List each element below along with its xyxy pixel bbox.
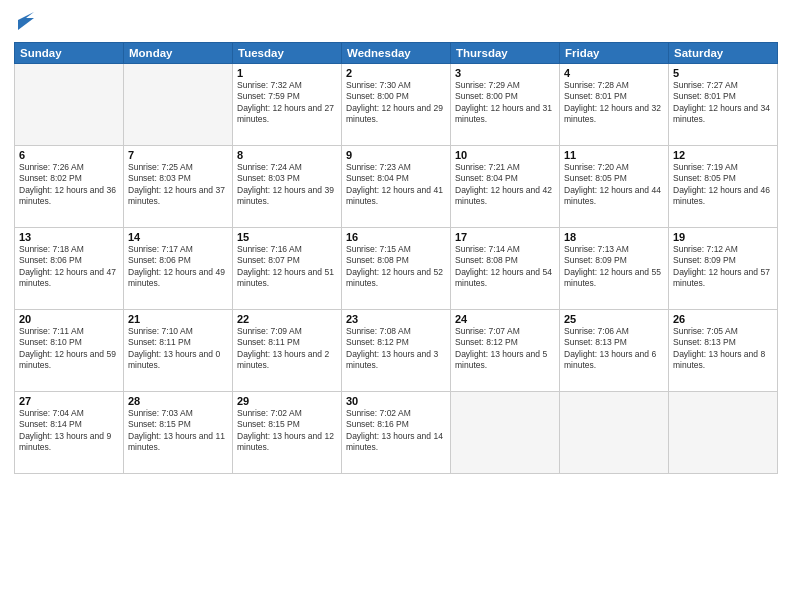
day-info: Sunrise: 7:11 AM Sunset: 8:10 PM Dayligh… <box>19 326 119 372</box>
day-info: Sunrise: 7:20 AM Sunset: 8:05 PM Dayligh… <box>564 162 664 208</box>
day-number: 2 <box>346 67 446 79</box>
calendar-cell: 27Sunrise: 7:04 AM Sunset: 8:14 PM Dayli… <box>15 392 124 474</box>
calendar-cell: 18Sunrise: 7:13 AM Sunset: 8:09 PM Dayli… <box>560 228 669 310</box>
day-number: 16 <box>346 231 446 243</box>
day-number: 5 <box>673 67 773 79</box>
svg-marker-0 <box>18 12 34 30</box>
calendar-cell: 10Sunrise: 7:21 AM Sunset: 8:04 PM Dayli… <box>451 146 560 228</box>
weekday-header: Thursday <box>451 43 560 64</box>
calendar-cell: 25Sunrise: 7:06 AM Sunset: 8:13 PM Dayli… <box>560 310 669 392</box>
calendar-cell: 28Sunrise: 7:03 AM Sunset: 8:15 PM Dayli… <box>124 392 233 474</box>
calendar-cell: 23Sunrise: 7:08 AM Sunset: 8:12 PM Dayli… <box>342 310 451 392</box>
day-info: Sunrise: 7:30 AM Sunset: 8:00 PM Dayligh… <box>346 80 446 126</box>
day-number: 12 <box>673 149 773 161</box>
day-number: 25 <box>564 313 664 325</box>
day-number: 26 <box>673 313 773 325</box>
day-info: Sunrise: 7:05 AM Sunset: 8:13 PM Dayligh… <box>673 326 773 372</box>
day-number: 9 <box>346 149 446 161</box>
day-number: 18 <box>564 231 664 243</box>
day-info: Sunrise: 7:28 AM Sunset: 8:01 PM Dayligh… <box>564 80 664 126</box>
weekday-header: Saturday <box>669 43 778 64</box>
calendar-week-row: 27Sunrise: 7:04 AM Sunset: 8:14 PM Dayli… <box>15 392 778 474</box>
calendar-cell: 11Sunrise: 7:20 AM Sunset: 8:05 PM Dayli… <box>560 146 669 228</box>
day-number: 13 <box>19 231 119 243</box>
calendar-table: SundayMondayTuesdayWednesdayThursdayFrid… <box>14 42 778 474</box>
calendar-cell: 7Sunrise: 7:25 AM Sunset: 8:03 PM Daylig… <box>124 146 233 228</box>
calendar-cell: 8Sunrise: 7:24 AM Sunset: 8:03 PM Daylig… <box>233 146 342 228</box>
weekday-header: Friday <box>560 43 669 64</box>
day-number: 14 <box>128 231 228 243</box>
day-info: Sunrise: 7:26 AM Sunset: 8:02 PM Dayligh… <box>19 162 119 208</box>
calendar-week-row: 1Sunrise: 7:32 AM Sunset: 7:59 PM Daylig… <box>15 64 778 146</box>
weekday-header: Tuesday <box>233 43 342 64</box>
day-info: Sunrise: 7:02 AM Sunset: 8:15 PM Dayligh… <box>237 408 337 454</box>
day-number: 17 <box>455 231 555 243</box>
day-number: 4 <box>564 67 664 79</box>
day-number: 10 <box>455 149 555 161</box>
calendar-cell <box>124 64 233 146</box>
day-number: 8 <box>237 149 337 161</box>
day-number: 22 <box>237 313 337 325</box>
day-info: Sunrise: 7:03 AM Sunset: 8:15 PM Dayligh… <box>128 408 228 454</box>
calendar-cell: 15Sunrise: 7:16 AM Sunset: 8:07 PM Dayli… <box>233 228 342 310</box>
calendar-cell: 5Sunrise: 7:27 AM Sunset: 8:01 PM Daylig… <box>669 64 778 146</box>
day-info: Sunrise: 7:25 AM Sunset: 8:03 PM Dayligh… <box>128 162 228 208</box>
day-number: 27 <box>19 395 119 407</box>
logo <box>14 10 34 36</box>
day-info: Sunrise: 7:21 AM Sunset: 8:04 PM Dayligh… <box>455 162 555 208</box>
calendar-cell: 16Sunrise: 7:15 AM Sunset: 8:08 PM Dayli… <box>342 228 451 310</box>
calendar-cell: 29Sunrise: 7:02 AM Sunset: 8:15 PM Dayli… <box>233 392 342 474</box>
calendar-cell: 14Sunrise: 7:17 AM Sunset: 8:06 PM Dayli… <box>124 228 233 310</box>
day-info: Sunrise: 7:15 AM Sunset: 8:08 PM Dayligh… <box>346 244 446 290</box>
day-info: Sunrise: 7:32 AM Sunset: 7:59 PM Dayligh… <box>237 80 337 126</box>
day-info: Sunrise: 7:27 AM Sunset: 8:01 PM Dayligh… <box>673 80 773 126</box>
day-info: Sunrise: 7:23 AM Sunset: 8:04 PM Dayligh… <box>346 162 446 208</box>
day-info: Sunrise: 7:06 AM Sunset: 8:13 PM Dayligh… <box>564 326 664 372</box>
calendar-cell <box>15 64 124 146</box>
calendar-week-row: 13Sunrise: 7:18 AM Sunset: 8:06 PM Dayli… <box>15 228 778 310</box>
day-number: 24 <box>455 313 555 325</box>
calendar-cell: 30Sunrise: 7:02 AM Sunset: 8:16 PM Dayli… <box>342 392 451 474</box>
day-info: Sunrise: 7:10 AM Sunset: 8:11 PM Dayligh… <box>128 326 228 372</box>
day-number: 6 <box>19 149 119 161</box>
calendar-cell: 2Sunrise: 7:30 AM Sunset: 8:00 PM Daylig… <box>342 64 451 146</box>
calendar-cell: 4Sunrise: 7:28 AM Sunset: 8:01 PM Daylig… <box>560 64 669 146</box>
day-number: 11 <box>564 149 664 161</box>
calendar-cell: 12Sunrise: 7:19 AM Sunset: 8:05 PM Dayli… <box>669 146 778 228</box>
day-number: 15 <box>237 231 337 243</box>
day-number: 20 <box>19 313 119 325</box>
calendar-cell: 17Sunrise: 7:14 AM Sunset: 8:08 PM Dayli… <box>451 228 560 310</box>
day-number: 29 <box>237 395 337 407</box>
day-info: Sunrise: 7:16 AM Sunset: 8:07 PM Dayligh… <box>237 244 337 290</box>
day-number: 30 <box>346 395 446 407</box>
weekday-header: Monday <box>124 43 233 64</box>
day-number: 7 <box>128 149 228 161</box>
calendar-cell: 9Sunrise: 7:23 AM Sunset: 8:04 PM Daylig… <box>342 146 451 228</box>
weekday-header: Sunday <box>15 43 124 64</box>
calendar-week-row: 20Sunrise: 7:11 AM Sunset: 8:10 PM Dayli… <box>15 310 778 392</box>
page: SundayMondayTuesdayWednesdayThursdayFrid… <box>0 0 792 612</box>
calendar-cell: 26Sunrise: 7:05 AM Sunset: 8:13 PM Dayli… <box>669 310 778 392</box>
calendar-cell: 1Sunrise: 7:32 AM Sunset: 7:59 PM Daylig… <box>233 64 342 146</box>
day-info: Sunrise: 7:04 AM Sunset: 8:14 PM Dayligh… <box>19 408 119 454</box>
day-info: Sunrise: 7:09 AM Sunset: 8:11 PM Dayligh… <box>237 326 337 372</box>
logo-bird-icon <box>16 10 34 32</box>
calendar-cell: 24Sunrise: 7:07 AM Sunset: 8:12 PM Dayli… <box>451 310 560 392</box>
day-number: 28 <box>128 395 228 407</box>
day-info: Sunrise: 7:18 AM Sunset: 8:06 PM Dayligh… <box>19 244 119 290</box>
day-info: Sunrise: 7:29 AM Sunset: 8:00 PM Dayligh… <box>455 80 555 126</box>
calendar-cell: 21Sunrise: 7:10 AM Sunset: 8:11 PM Dayli… <box>124 310 233 392</box>
day-number: 23 <box>346 313 446 325</box>
day-info: Sunrise: 7:12 AM Sunset: 8:09 PM Dayligh… <box>673 244 773 290</box>
calendar-cell <box>451 392 560 474</box>
day-info: Sunrise: 7:24 AM Sunset: 8:03 PM Dayligh… <box>237 162 337 208</box>
day-info: Sunrise: 7:17 AM Sunset: 8:06 PM Dayligh… <box>128 244 228 290</box>
day-number: 19 <box>673 231 773 243</box>
day-info: Sunrise: 7:14 AM Sunset: 8:08 PM Dayligh… <box>455 244 555 290</box>
weekday-header: Wednesday <box>342 43 451 64</box>
day-info: Sunrise: 7:13 AM Sunset: 8:09 PM Dayligh… <box>564 244 664 290</box>
day-info: Sunrise: 7:19 AM Sunset: 8:05 PM Dayligh… <box>673 162 773 208</box>
calendar-cell <box>560 392 669 474</box>
day-number: 1 <box>237 67 337 79</box>
header <box>14 10 778 36</box>
